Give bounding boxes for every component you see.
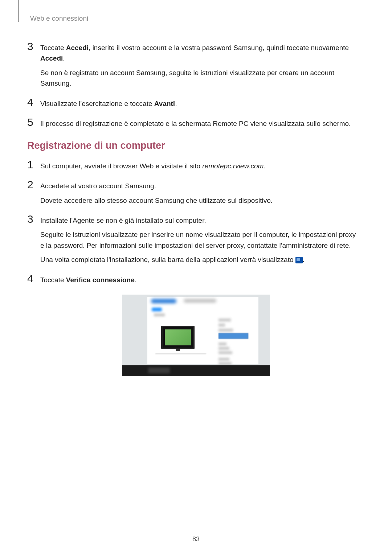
- step: 3Installate l'Agente se non è già instal…: [27, 215, 358, 265]
- step: 5Il processo di registrazione è completa…: [27, 118, 358, 129]
- step-body: Visualizzate l'esercitazione e toccate A…: [40, 98, 358, 109]
- section-title: Registrazione di un computer: [27, 140, 365, 151]
- step: 1Sul computer, avviate il browser Web e …: [27, 161, 358, 171]
- breadcrumb: Web e connessioni: [30, 15, 365, 22]
- step-text: Il processo di registrazione è completat…: [40, 118, 358, 129]
- step-text: Una volta completata l'installazione, su…: [40, 254, 358, 265]
- step-text: Sul computer, avviate il browser Web e v…: [40, 161, 358, 171]
- step-number: 4: [27, 97, 40, 108]
- step-number: 3: [27, 214, 40, 225]
- step-text: Accedete al vostro account Samsung.: [40, 181, 358, 191]
- step-number: 4: [27, 273, 40, 284]
- step-text: Visualizzate l'esercitazione e toccate A…: [40, 98, 358, 109]
- steps-group-a: 3Toccate Accedi, inserite il vostro acco…: [27, 42, 358, 129]
- step-body: Toccate Accedi, inserite il vostro accou…: [40, 42, 358, 89]
- steps-group-b: 1Sul computer, avviate il browser Web e …: [27, 161, 358, 286]
- step-body: Installate l'Agente se non è già install…: [40, 215, 358, 265]
- step-body: Sul computer, avviate il browser Web e v…: [40, 161, 358, 171]
- step: 4Toccate Verifica connessione.: [27, 275, 358, 285]
- step-number: 2: [27, 179, 40, 190]
- header-rule: [18, 0, 19, 22]
- step-number: 3: [27, 41, 40, 52]
- step: 4Visualizzate l'esercitazione e toccate …: [27, 98, 358, 109]
- step-number: 5: [27, 117, 40, 128]
- step-text: Toccate Verifica connessione.: [40, 275, 358, 285]
- step-text: Dovete accedere allo stesso account Sams…: [40, 195, 358, 206]
- step-body: Il processo di registrazione è completat…: [40, 118, 358, 129]
- step-text: Installate l'Agente se non è già install…: [40, 215, 358, 226]
- page-number: 83: [0, 535, 392, 543]
- step-body: Accedete al vostro account Samsung.Dovet…: [40, 181, 358, 206]
- step-number: 1: [27, 159, 40, 170]
- step-text: Se non è registrato un account Samsung, …: [40, 67, 358, 89]
- step: 2Accedete al vostro account Samsung.Dove…: [27, 181, 358, 206]
- remote-pc-screenshot: [122, 295, 270, 376]
- tray-icon: [295, 257, 303, 263]
- step-text: Toccate Accedi, inserite il vostro accou…: [40, 42, 358, 64]
- step: 3Toccate Accedi, inserite il vostro acco…: [27, 42, 358, 89]
- step-body: Toccate Verifica connessione.: [40, 275, 358, 285]
- step-text: Seguite le istruzioni visualizzate per i…: [40, 229, 358, 251]
